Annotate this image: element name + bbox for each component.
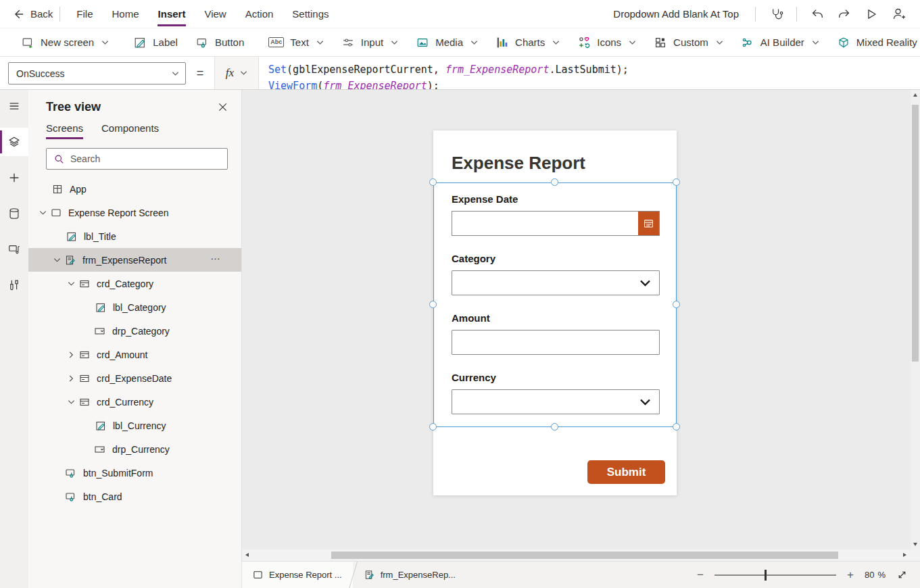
- play-preview-icon[interactable]: [858, 3, 885, 25]
- tree-item-app[interactable]: App: [28, 177, 241, 201]
- selection-handle[interactable]: [551, 178, 558, 186]
- custom-menu[interactable]: Custom: [645, 31, 732, 54]
- app-checker-stethoscope-icon[interactable]: [762, 3, 790, 25]
- expense-date-input[interactable]: [452, 211, 660, 236]
- zoom-out-button[interactable]: −: [697, 568, 704, 582]
- property-selector-dropdown[interactable]: OnSuccess: [8, 62, 186, 84]
- tree-item-crd-expensedate[interactable]: crd_ExpenseDate: [28, 366, 241, 390]
- chevron-down-icon[interactable]: [66, 399, 76, 405]
- chevron-down-icon: [172, 71, 179, 76]
- horizontal-scrollbar-thumb[interactable]: [331, 552, 838, 559]
- scroll-up-arrow[interactable]: [913, 93, 917, 97]
- scroll-left-arrow[interactable]: [245, 553, 249, 557]
- tree-item-lbl-title[interactable]: lbl_Title: [28, 224, 241, 248]
- mixed-reality-menu[interactable]: Mixed Reality: [828, 31, 920, 54]
- selection-handle[interactable]: [673, 301, 680, 308]
- tree-item-crd-amount[interactable]: crd_Amount: [28, 343, 241, 366]
- tree-item-drp-currency[interactable]: drp_Currency: [28, 437, 241, 461]
- breadcrumb-screen[interactable]: Expense Report ...: [242, 562, 353, 588]
- undo-icon[interactable]: [804, 3, 831, 25]
- chevron-down-icon: [639, 398, 651, 406]
- selection-handle[interactable]: [673, 178, 680, 186]
- icons-menu[interactable]: Icons: [568, 31, 645, 54]
- tab-components[interactable]: Components: [101, 122, 159, 139]
- formula-editor[interactable]: Set(gblExpenseReportCurrent, frm_Expense…: [259, 57, 920, 89]
- category-dropdown[interactable]: [452, 270, 660, 295]
- advanced-tools-rail-icon[interactable]: [0, 271, 28, 299]
- tree-item-btn-card[interactable]: btn_Card: [28, 485, 241, 508]
- zoom-slider-handle[interactable]: [765, 570, 767, 581]
- tree-item-crd-currency[interactable]: crd_Currency: [28, 390, 241, 414]
- chevron-down-icon: [240, 70, 247, 76]
- currency-dropdown[interactable]: [452, 389, 660, 414]
- charts-menu[interactable]: Charts: [487, 31, 568, 54]
- selection-handle[interactable]: [429, 178, 437, 186]
- selection-handle[interactable]: [429, 423, 437, 431]
- fit-to-window-icon[interactable]: [896, 569, 908, 581]
- share-person-add-icon[interactable]: [885, 3, 912, 25]
- tree-search-box[interactable]: [46, 148, 228, 170]
- chevron-down-icon[interactable]: [38, 210, 47, 216]
- redo-icon[interactable]: [831, 3, 858, 25]
- back-button[interactable]: Back: [12, 8, 53, 20]
- media-menu[interactable]: Media: [407, 31, 487, 54]
- chevron-down-icon[interactable]: [66, 281, 76, 287]
- vertical-scrollbar-thumb[interactable]: [912, 105, 919, 362]
- data-sources-rail-icon[interactable]: [0, 199, 28, 228]
- tree-item-expense-report-screen[interactable]: Expense Report Screen: [28, 201, 241, 224]
- more-options-button[interactable]: …: [210, 250, 222, 262]
- tab-screens[interactable]: Screens: [46, 122, 83, 139]
- selection-handle[interactable]: [673, 423, 680, 431]
- chevron-down-icon[interactable]: [52, 258, 62, 263]
- ai-builder-menu[interactable]: AI Builder: [732, 31, 828, 54]
- search-input[interactable]: [70, 153, 222, 164]
- input-menu[interactable]: Input: [333, 31, 407, 54]
- tree-item-lbl-category[interactable]: lbl_Category: [28, 295, 241, 319]
- zoom-slider[interactable]: [715, 574, 836, 576]
- tree-item-label: lbl_Category: [113, 302, 166, 313]
- submit-button[interactable]: Submit: [587, 460, 665, 484]
- selection-handle[interactable]: [429, 301, 437, 308]
- insert-plus-rail-icon[interactable]: [0, 164, 28, 192]
- zoom-in-button[interactable]: +: [847, 568, 854, 582]
- screen-icon: [253, 570, 263, 580]
- menu-insert[interactable]: Insert: [149, 0, 195, 28]
- selection-handle[interactable]: [551, 423, 558, 431]
- icons-label: Icons: [597, 36, 621, 48]
- tree-item-crd-category[interactable]: crd_Category: [28, 272, 241, 295]
- hamburger-menu-icon[interactable]: [0, 92, 28, 120]
- new-screen-button[interactable]: New screen: [12, 31, 118, 54]
- scroll-down-arrow[interactable]: [913, 543, 917, 546]
- fx-function-dropdown[interactable]: fx: [214, 57, 259, 89]
- chevron-right-icon[interactable]: [66, 376, 76, 381]
- tree-item-btn-submitform[interactable]: btn_SubmitForm: [28, 461, 241, 485]
- menu-file[interactable]: File: [67, 0, 102, 28]
- button-button[interactable]: Button: [187, 31, 253, 54]
- amount-input[interactable]: [452, 330, 660, 355]
- menu-action[interactable]: Action: [236, 0, 283, 28]
- menu-home[interactable]: Home: [103, 0, 149, 28]
- text-menu[interactable]: Abc Text: [260, 31, 333, 54]
- label-button[interactable]: Label: [124, 31, 187, 54]
- menu-settings[interactable]: Settings: [283, 0, 338, 28]
- chevron-down-icon: [316, 40, 324, 45]
- menu-view[interactable]: View: [195, 0, 235, 28]
- tree-item-lbl-currency[interactable]: lbl_Currency: [28, 414, 241, 437]
- scroll-right-arrow[interactable]: [903, 553, 906, 557]
- cube-icon: [837, 36, 850, 49]
- tree-item-label: btn_SubmitForm: [83, 468, 153, 479]
- tree-view-rail-icon[interactable]: [0, 128, 28, 156]
- tree-list: App Expense Report Screen lbl_Title frm_…: [28, 172, 241, 588]
- media-rail-icon[interactable]: [0, 235, 28, 264]
- calendar-button[interactable]: [638, 212, 659, 235]
- abc-text-icon: Abc: [268, 37, 284, 47]
- close-icon[interactable]: [218, 102, 228, 112]
- chevron-right-icon[interactable]: [66, 352, 76, 358]
- breadcrumb-control[interactable]: frm_ExpenseRep...: [354, 562, 466, 588]
- vertical-scrollbar[interactable]: [911, 90, 920, 549]
- tree-item-drp-category[interactable]: drp_Category: [28, 319, 241, 343]
- chevron-down-icon: [716, 40, 723, 45]
- horizontal-scrollbar[interactable]: [242, 549, 920, 561]
- design-canvas[interactable]: Expense Report Expense Date Category Amo…: [242, 90, 920, 549]
- tree-item-frm-expensereport[interactable]: frm_ExpenseReport …: [28, 248, 241, 272]
